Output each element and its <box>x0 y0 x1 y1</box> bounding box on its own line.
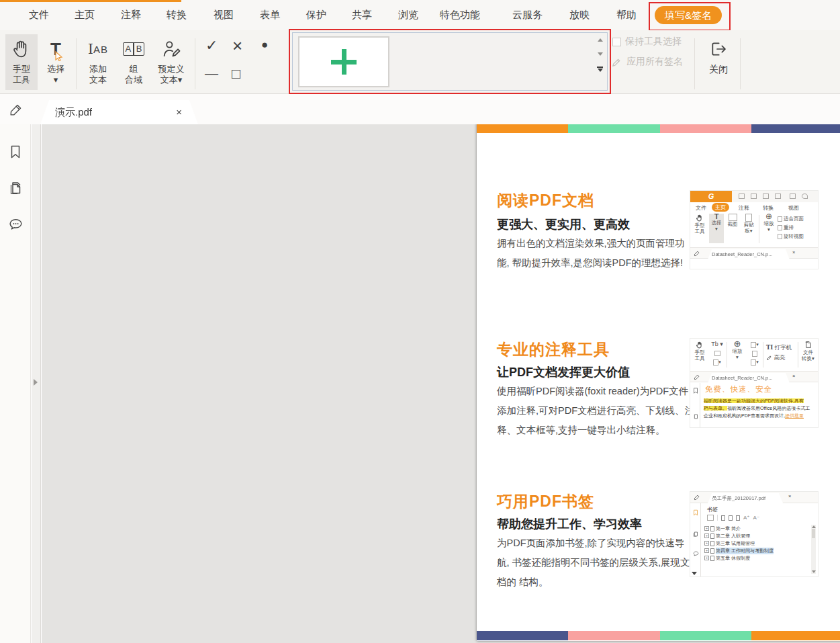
pages-panel-icon[interactable] <box>7 179 24 197</box>
predefined-text-button[interactable]: 预定义 文本▾ <box>152 34 190 90</box>
person-pen-icon <box>160 34 182 64</box>
select-tool-label: 选择 <box>47 64 64 74</box>
red-highlight-box-fill-sign <box>649 2 731 31</box>
section3-subtitle: 帮助您提升工作、学习效率 <box>497 516 642 532</box>
section1-title: 阅读PDF文档 <box>497 190 594 211</box>
document-tab[interactable]: 演示.pdf × <box>40 100 198 124</box>
menu-item-file[interactable]: 文件 <box>29 9 49 22</box>
menu-item-comment[interactable]: 注释 <box>121 9 141 22</box>
combine-fields-button[interactable]: AB 组 合域 <box>118 34 150 90</box>
close-fill-sign-button[interactable]: 关闭 <box>700 34 737 90</box>
document-canvas[interactable]: 阅读PDF文档 更强大、更实用、更高效 拥有出色的文档渲染效果,强大的页面管理功… <box>42 124 840 643</box>
thumbnail-annotation-tools: 手型工具 Tb ▾ ▾ ⊕ 缩放▾ ▾ ▾ <box>690 339 818 427</box>
mini-pencil-icon <box>694 494 700 501</box>
predefined-text-label2: 文本 <box>160 75 178 85</box>
menu-item-view[interactable]: 视图 <box>214 9 234 22</box>
square-mark-tool[interactable]: □ <box>232 65 240 83</box>
mini-menu-view: 视图 <box>788 204 799 212</box>
mini-doc-heading: 免费、快速、安全 <box>705 384 772 394</box>
keep-tool-selection-option[interactable]: 保持工具选择 <box>612 36 682 48</box>
pen-icon <box>611 56 622 68</box>
mini-sidebar <box>690 503 701 576</box>
dot-mark-tool[interactable]: ● <box>261 38 268 52</box>
cross-mark-tool[interactable]: × <box>232 36 242 56</box>
hand-tool-button[interactable]: 手型 工具 <box>5 34 38 90</box>
tab-close-icon[interactable]: × <box>176 100 182 124</box>
mini-sidebar <box>690 383 700 427</box>
bookmarks-panel-icon[interactable] <box>7 143 24 161</box>
mini-sidebar-more-icon <box>692 572 697 575</box>
section3-body: 为PDF页面添加书签,除了实现内容的快速导航, 书签还能指明不同书签的层级关系,… <box>497 533 696 592</box>
section2-title: 专业的注释工具 <box>497 339 610 360</box>
mini-snapshot-tool: 截图 <box>725 214 740 227</box>
mini-bookmark-icon-active <box>692 509 699 517</box>
gallery-scroll-up-icon[interactable] <box>598 38 603 42</box>
add-text-icon: IAB <box>88 34 108 64</box>
mini-hand-tool: 手型工具 <box>692 214 708 234</box>
mini-clipboard-tool: 剪贴板▾ <box>741 214 756 234</box>
mini-foxit-logo: G <box>690 191 732 202</box>
predefined-dropdown-caret: ▾ <box>178 75 183 85</box>
hand-icon <box>11 34 32 64</box>
red-highlight-box-signature <box>289 29 611 94</box>
pencil-icon[interactable] <box>9 102 24 117</box>
page-top-color-band <box>477 124 840 133</box>
predefined-text-label1: 预定义 <box>158 64 185 74</box>
mini-open-icon <box>739 194 745 199</box>
menu-item-form[interactable]: 表单 <box>260 9 280 22</box>
document-tab-bar: 演示.pdf × <box>0 94 840 124</box>
menu-item-protect[interactable]: 保护 <box>306 9 326 22</box>
add-signature-tile[interactable] <box>298 36 389 87</box>
menu-item-help[interactable]: 帮助 <box>616 9 637 22</box>
mini-panel-toolbar: A⁺ A⁻ <box>707 513 759 522</box>
mini-typewriter-highlight: TI 打字机 高亮 <box>766 343 797 363</box>
mini-bookmark-tree: +第一章 简介 +第二章 入职管理 +第三章 试用期管理 +第四章 工作时间与考… <box>704 525 810 562</box>
gallery-scroll-down-icon[interactable] <box>598 52 603 56</box>
mini-print-icon <box>763 194 769 199</box>
mini-panel-title: 书签 <box>707 506 718 513</box>
add-text-label1: 添加 <box>89 64 107 74</box>
page-bottom-color-band <box>477 631 840 640</box>
ribbon-divider <box>195 38 195 89</box>
menu-item-convert[interactable]: 转换 <box>167 9 187 22</box>
menu-item-cloud[interactable]: 云服务 <box>512 9 543 22</box>
menu-item-present[interactable]: 放映 <box>569 9 590 22</box>
comments-panel-icon[interactable] <box>7 216 24 233</box>
foxit-reader-window: 文件 主页 注释 转换 视图 表单 保护 共享 浏览 特色功能 云服务 放映 帮… <box>0 0 840 643</box>
ribbon-divider <box>740 38 741 89</box>
menu-item-browse[interactable]: 浏览 <box>398 9 418 22</box>
combine-fields-icon: AB <box>123 34 145 64</box>
signature-gallery <box>292 32 608 91</box>
keep-tool-label: 保持工具选择 <box>625 36 682 48</box>
document-tab-title: 演示.pdf <box>55 106 92 118</box>
mini-page-tools: ▾ ▾ <box>748 340 761 366</box>
add-text-button[interactable]: IAB 添加 文本 <box>81 34 115 90</box>
panel-expand-handle[interactable] <box>34 379 38 386</box>
line-mark-tool[interactable]: — <box>205 66 218 81</box>
mini-menu-file: 文件 <box>696 204 706 212</box>
apply-all-signatures-option[interactable]: 应用所有签名 <box>611 56 683 68</box>
mini-tab-close: × <box>792 373 795 379</box>
mini-export-icon <box>775 194 781 199</box>
select-dropdown-caret: ▾ <box>54 75 58 85</box>
mini-menu-home-active: 主页 <box>712 203 729 212</box>
menu-item-share[interactable]: 共享 <box>352 9 372 22</box>
select-cursor-icon: T <box>50 34 61 64</box>
ribbon-divider <box>694 38 695 89</box>
combine-fields-label2: 合域 <box>125 75 142 85</box>
menu-item-home[interactable]: 主页 <box>75 9 95 22</box>
mini-undo-icon <box>802 194 808 199</box>
keep-tool-checkbox[interactable] <box>612 38 621 46</box>
mini-doc-text: 福昕阅读器是一款功能强大的PDF阅读软件,具有 档与表单。福昕阅读器采用Offi… <box>704 397 810 419</box>
select-tool-button[interactable]: T 选择 ▾ <box>40 34 71 90</box>
mini-tab-close: × <box>792 249 795 255</box>
mini-view-tools: 适合页面 重排 旋转视图 <box>778 214 816 241</box>
mini-scrollbar <box>811 525 816 574</box>
gallery-expand-icon[interactable] <box>597 67 603 72</box>
check-mark-tool[interactable]: ✓ <box>205 37 218 54</box>
mini-zoom-tool: ⊕ 缩放▾ <box>729 341 745 360</box>
mini-convert-tool: 文件转换▾ <box>800 340 816 361</box>
menu-item-features[interactable]: 特色功能 <box>440 9 480 22</box>
add-text-label2: 文本 <box>89 75 107 85</box>
mini-zoom-tool: ⊕ 缩放▾ <box>761 214 776 232</box>
